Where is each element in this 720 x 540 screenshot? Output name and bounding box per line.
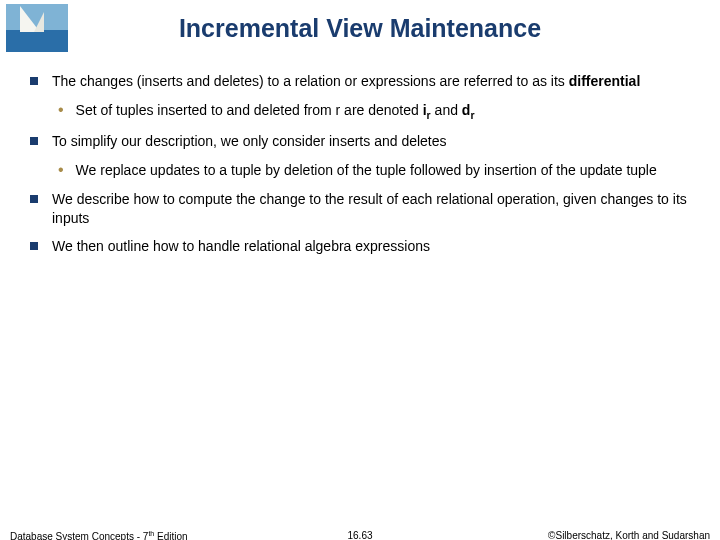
square-bullet-icon: [30, 77, 38, 85]
sub-bullet-item: • We replace updates to a tuple by delet…: [58, 161, 690, 180]
slide-content: The changes (inserts and deletes) to a r…: [30, 72, 690, 266]
footer-copyright: ©Silberschatz, Korth and Sudarshan: [548, 530, 710, 540]
slide-title: Incremental View Maintenance: [0, 14, 720, 43]
dot-bullet-icon: •: [58, 161, 64, 180]
dot-bullet-icon: •: [58, 101, 64, 122]
square-bullet-icon: [30, 242, 38, 250]
sub-bullet-item: • Set of tuples inserted to and deleted …: [58, 101, 690, 122]
bullet-item: We describe how to compute the change to…: [30, 190, 690, 228]
bullet-text: To simplify our description, we only con…: [52, 132, 447, 151]
bullet-item: The changes (inserts and deletes) to a r…: [30, 72, 690, 91]
bullet-text: The changes (inserts and deletes) to a r…: [52, 72, 640, 91]
bullet-text: We then outline how to handle relational…: [52, 237, 430, 256]
square-bullet-icon: [30, 195, 38, 203]
bullet-item: To simplify our description, we only con…: [30, 132, 690, 151]
bullet-item: We then outline how to handle relational…: [30, 237, 690, 256]
square-bullet-icon: [30, 137, 38, 145]
sub-bullet-text: We replace updates to a tuple by deletio…: [76, 161, 657, 180]
bullet-text: We describe how to compute the change to…: [52, 190, 690, 228]
sub-bullet-text: Set of tuples inserted to and deleted fr…: [76, 101, 475, 122]
